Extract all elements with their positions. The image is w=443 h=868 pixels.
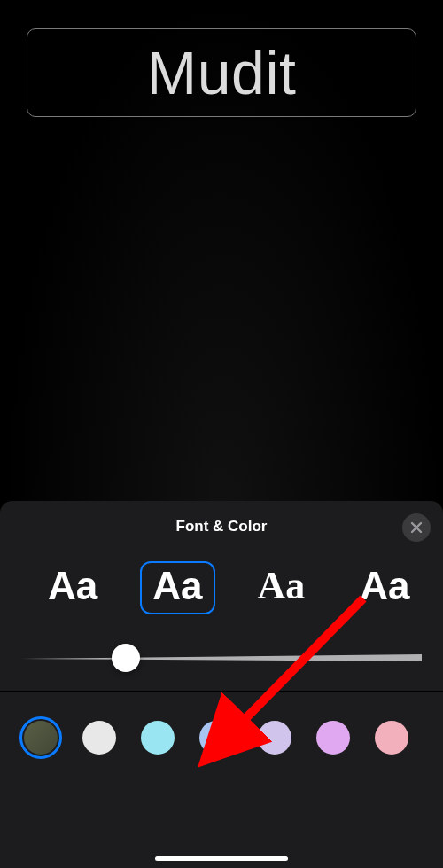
color-swatch-lavender[interactable]	[253, 716, 296, 759]
sheet-title: Font & Color	[176, 518, 268, 536]
color-options-row	[0, 692, 443, 759]
close-button[interactable]	[402, 513, 431, 542]
svg-marker-0	[21, 654, 422, 661]
color-swatch-blue[interactable]	[195, 716, 237, 759]
font-options-row: Aa Aa Aa Aa	[0, 552, 443, 614]
color-swatch-olive[interactable]	[19, 716, 62, 759]
font-option-3[interactable]: Aa	[245, 561, 318, 614]
color-swatch-white[interactable]	[78, 716, 120, 759]
close-icon	[410, 521, 423, 534]
color-swatch-purple[interactable]	[312, 716, 354, 759]
color-swatch-pink[interactable]	[370, 716, 413, 759]
font-size-slider-container	[0, 614, 443, 691]
text-element-frame[interactable]: Mudit	[27, 28, 416, 117]
editor-canvas: Mudit Font & Color Aa Aa Aa Aa	[0, 0, 443, 868]
home-indicator[interactable]	[155, 856, 288, 861]
font-option-1[interactable]: Aa	[35, 561, 110, 614]
slider-thumb[interactable]	[112, 644, 140, 672]
canvas-text[interactable]: Mudit	[147, 38, 297, 107]
sheet-header: Font & Color	[0, 501, 443, 552]
color-swatch-cyan[interactable]	[136, 716, 179, 759]
font-size-slider[interactable]	[21, 645, 422, 671]
font-option-2[interactable]: Aa	[140, 561, 214, 614]
font-color-sheet: Font & Color Aa Aa Aa Aa	[0, 501, 443, 868]
slider-track	[21, 654, 422, 661]
font-option-4[interactable]: Aa	[347, 561, 422, 614]
